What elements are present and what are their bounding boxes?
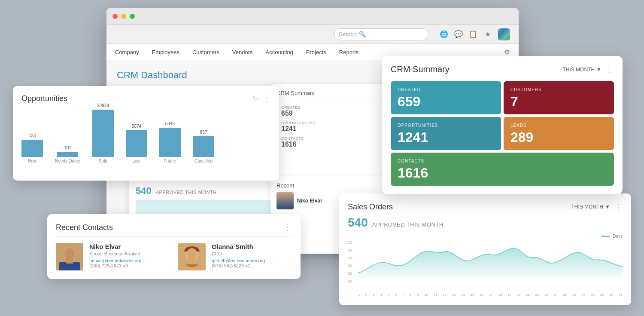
traffic-light-red[interactable]: [112, 14, 118, 19]
area-chart: 60 50 40 30 20 10: [348, 240, 623, 292]
globe-icon[interactable]: 🌐: [440, 30, 448, 39]
menu-accounting[interactable]: Accounting: [266, 47, 293, 57]
stat-contacts-value: 1616: [398, 166, 607, 180]
bar-new: 733 New: [21, 133, 43, 163]
x-10: 10: [424, 293, 428, 297]
x-14: 14: [461, 293, 465, 297]
sales-this-month-badge[interactable]: THIS MONTH ▼: [571, 204, 610, 210]
chat-icon[interactable]: 💬: [454, 30, 463, 39]
crm-summary-header: CRM Summary THIS MONTH ▼ ⋮: [391, 64, 614, 74]
menu-projects[interactable]: Projects: [306, 47, 326, 57]
bar-sold: 20929 Sold: [92, 103, 114, 163]
bar-sold-bar: [92, 110, 114, 157]
opportunities-header: Opportunities ↻ ⋮: [21, 94, 270, 103]
menu-vendors[interactable]: Vendors: [232, 47, 253, 57]
x-3: 3: [373, 293, 374, 297]
contact-item-niko: Niko Elvar Senior Business Analyst nelva…: [56, 243, 170, 270]
crm-mini-opportunities-row: OPPORTUNITIES 1241: [276, 121, 393, 133]
bar-needs-quote-value: 101: [64, 145, 71, 150]
chart-x-labels: 1 2 3 4 5 6 7 8 9 10 11 12 13 14 15 16 1…: [348, 293, 623, 297]
refresh-icon[interactable]: ↻: [252, 95, 258, 103]
sales-this-month-label: THIS MONTH: [571, 204, 603, 210]
chart-y-labels: 60 50 40 30 20 10: [348, 240, 352, 283]
stat-opportunities-value: 1241: [398, 130, 494, 144]
bar-future: 5848 Future: [159, 121, 181, 163]
svg-rect-8: [188, 258, 195, 264]
y-label-30: 30: [348, 256, 352, 260]
menu-employees[interactable]: Employees: [152, 47, 179, 57]
notes-icon[interactable]: 📋: [469, 30, 477, 39]
x-9: 9: [417, 293, 419, 297]
bar-chart: 733 New 101 Needs Quote 20929 Sold 5074 …: [21, 107, 270, 163]
crm-summary-title: CRM Summary: [391, 64, 450, 74]
more-options-icon[interactable]: ⋮: [262, 94, 270, 103]
approve-mini-label: APPROVED THIS MONTH: [156, 190, 217, 195]
sales-orders-header: Sales Orders THIS MONTH ▼ ⋮: [348, 202, 623, 212]
traffic-light-green[interactable]: [130, 14, 135, 19]
approve-mini-value: 540: [136, 185, 152, 196]
nav-icons: 🌐 💬 📋 ★: [440, 28, 510, 40]
x-30: 30: [609, 293, 613, 297]
bar-sold-value: 20929: [97, 103, 109, 108]
opportunities-card: Opportunities ↻ ⋮ 733 New 101 Needs Quot…: [13, 86, 279, 181]
this-month-badge[interactable]: THIS MONTH ▼: [562, 67, 601, 73]
bar-new-value: 733: [29, 133, 36, 138]
sales-orders-controls: THIS MONTH ▼ ⋮: [571, 202, 623, 212]
bar-canceled: 857 Canceled: [193, 130, 214, 163]
search-icon: 🔍: [359, 31, 366, 37]
bar-canceled-value: 857: [200, 130, 207, 135]
traffic-light-yellow[interactable]: [121, 14, 126, 19]
recent-mini-info: Niko Elvar: [297, 198, 322, 204]
menu-company[interactable]: Company: [115, 47, 139, 57]
bar-needs-quote: 101 Needs Quote: [55, 145, 80, 163]
x-12: 12: [443, 293, 447, 297]
x-16: 16: [480, 293, 483, 297]
bar-new-bar: [21, 140, 43, 157]
days-legend-label: Days: [613, 234, 623, 239]
crm-mini-header: CRM Summary: [276, 90, 393, 96]
contact-email-gianna: gsmith@evmediaserv.org: [212, 258, 265, 263]
app-logo[interactable]: [498, 28, 510, 40]
bar-future-label: Future: [164, 159, 176, 163]
stat-created-value: 659: [398, 95, 494, 108]
opportunities-title: Opportunities: [21, 94, 67, 103]
search-bar[interactable]: Search 🔍: [334, 28, 428, 40]
star-icon[interactable]: ★: [483, 30, 492, 39]
menu-reports[interactable]: Reports: [339, 47, 359, 57]
x-23: 23: [544, 293, 548, 297]
stat-opportunities-label: OPPORTUNITIES: [398, 123, 494, 128]
days-legend-color: [601, 236, 610, 237]
crm-summary-more-icon[interactable]: ⋮: [606, 65, 614, 74]
crm-mini-contacts-row: CONTACTS 1616: [276, 136, 393, 148]
contact-phone-gianna: (575) 942-5229 x1: [212, 263, 265, 268]
menu-customers[interactable]: Customers: [192, 47, 219, 57]
settings-icon[interactable]: ⚙: [504, 48, 510, 56]
recent-contacts-card: Recent Contacts ⋮ Niko Elvar Senior Busi…: [47, 214, 301, 279]
x-2: 2: [365, 293, 367, 297]
recent-mini-title: Recent: [276, 182, 393, 189]
y-label-50: 50: [348, 271, 352, 276]
crm-mini-created-value: 659: [281, 110, 393, 117]
contact-title-niko: Senior Business Analyst: [89, 251, 142, 256]
x-24: 24: [554, 293, 558, 297]
crm-mini-background-card: CRM Summary CREATED 659 OPPORTUNITIES 12…: [270, 84, 399, 191]
x-17: 17: [489, 293, 493, 297]
sales-more-icon[interactable]: ⋮: [614, 202, 623, 212]
days-legend: Days: [348, 234, 623, 239]
x-19: 19: [507, 293, 511, 297]
contact-title-gianna: CEO: [212, 251, 265, 256]
bar-future-value: 5848: [165, 121, 175, 126]
svg-point-7: [187, 248, 197, 259]
recent-contacts-more-icon[interactable]: ⋮: [284, 223, 292, 232]
this-month-label: THIS MONTH: [562, 67, 595, 73]
x-6: 6: [395, 293, 397, 297]
crm-mini-contacts-value: 1616: [281, 141, 393, 148]
x-4: 4: [380, 293, 382, 297]
stat-contacts: CONTACTS 1616: [391, 153, 614, 186]
contact-info-niko: Niko Elvar Senior Business Analyst nelva…: [89, 243, 142, 268]
recent-mini-avatar: [276, 192, 294, 209]
stat-leads: LEADS 289: [504, 117, 614, 150]
crm-mini-created-row: CREATED 659: [276, 105, 393, 117]
contact-email-niko: nelvar@evmediaserv.org: [89, 258, 142, 263]
y-label-20: 20: [348, 248, 352, 252]
